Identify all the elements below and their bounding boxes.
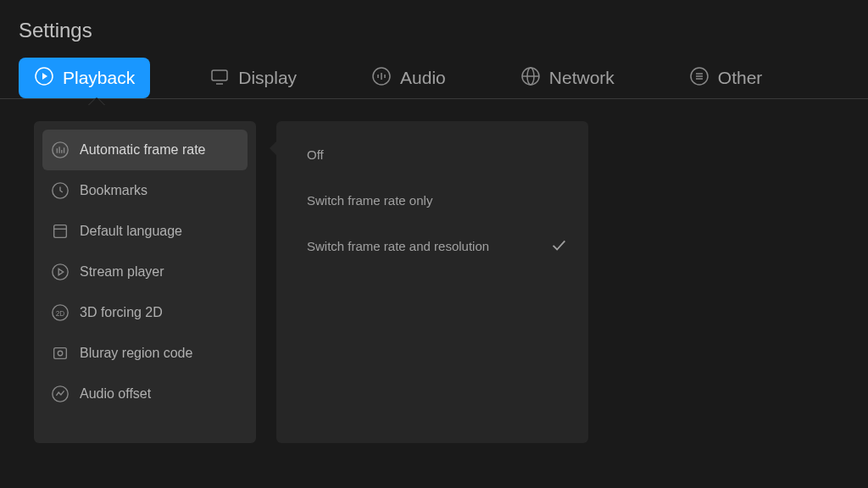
options-panel: Off Switch frame rate only Switch frame … (276, 121, 588, 443)
sidebar-item-label: Bluray region code (80, 346, 192, 361)
sidebar-item-label: Automatic frame rate (80, 142, 206, 158)
svg-marker-1 (42, 73, 47, 80)
option-off[interactable]: Off (276, 131, 588, 177)
svg-point-15 (53, 142, 68, 158)
sidebar-item-3d-forcing-2d[interactable]: 2D 3D forcing 2D (42, 292, 248, 333)
sidebar-item-audio-offset[interactable]: Audio offset (42, 374, 248, 414)
audio-bars-icon (371, 66, 392, 91)
svg-point-23 (53, 264, 68, 280)
sidebar-item-automatic-frame-rate[interactable]: Automatic frame rate (42, 130, 248, 170)
sidebar-item-label: Bookmarks (80, 183, 147, 198)
svg-marker-24 (58, 269, 64, 274)
svg-rect-27 (54, 348, 67, 359)
panel-arrow (270, 141, 276, 155)
offset-icon (51, 385, 70, 403)
sidebar-item-label: Audio offset (80, 386, 151, 402)
language-icon (51, 222, 70, 241)
option-label: Off (307, 147, 324, 162)
option-label: Switch frame rate only (307, 193, 432, 208)
tab-network[interactable]: Network (505, 58, 630, 98)
tab-indicator-arrow (88, 97, 105, 106)
option-label: Switch frame rate and resolution (307, 239, 489, 253)
sidebar-item-default-language[interactable]: Default language (42, 211, 248, 252)
tab-audio[interactable]: Audio (356, 58, 461, 98)
sidebar-item-bookmarks[interactable]: Bookmarks (42, 170, 248, 211)
sidebar-item-stream-player[interactable]: Stream player (42, 252, 248, 292)
tab-label: Display (238, 68, 297, 88)
tab-label: Audio (400, 68, 446, 88)
2d-icon: 2D (51, 303, 70, 322)
menu-circle-icon (689, 66, 709, 91)
sidebar-item-bluray-region[interactable]: Bluray region code (42, 333, 248, 374)
svg-rect-2 (212, 70, 227, 80)
globe-icon (520, 66, 541, 91)
tab-label: Network (549, 68, 615, 88)
svg-point-28 (58, 351, 63, 356)
tab-other[interactable]: Other (674, 58, 778, 98)
tabs: Playback Display Audio Network Other (0, 58, 868, 99)
option-switch-frame-rate-only[interactable]: Switch frame rate only (276, 177, 588, 223)
sidebar: Automatic frame rate Bookmarks Default l… (34, 121, 256, 443)
play-circle-icon (51, 263, 70, 281)
disc-icon (51, 344, 70, 363)
check-icon (549, 236, 568, 257)
sidebar-item-label: Stream player (80, 264, 164, 280)
clock-icon (51, 181, 70, 200)
tab-display[interactable]: Display (194, 58, 312, 98)
monitor-icon (209, 66, 230, 91)
tab-playback[interactable]: Playback (19, 58, 150, 98)
sidebar-item-label: Default language (80, 224, 182, 239)
tab-label: Playback (63, 68, 135, 88)
page-title: Settings (0, 0, 868, 58)
tab-label: Other (718, 68, 763, 88)
play-circle-icon (34, 66, 54, 91)
option-switch-frame-rate-and-resolution[interactable]: Switch frame rate and resolution (276, 223, 588, 269)
svg-rect-21 (54, 225, 67, 238)
frame-rate-icon (51, 141, 70, 159)
sidebar-item-label: 3D forcing 2D (80, 305, 163, 320)
content: Automatic frame rate Bookmarks Default l… (0, 99, 868, 443)
svg-text:2D: 2D (56, 310, 65, 318)
